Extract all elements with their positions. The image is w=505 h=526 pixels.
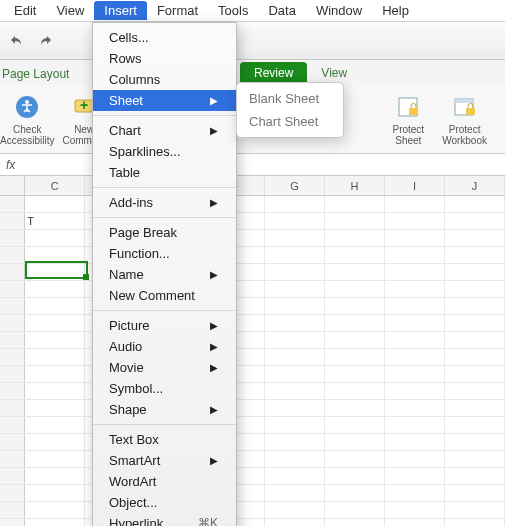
row-header[interactable] — [0, 417, 25, 433]
cell[interactable] — [445, 485, 505, 501]
row-header[interactable] — [0, 349, 25, 365]
row-header[interactable] — [0, 315, 25, 331]
cell[interactable] — [445, 332, 505, 348]
menu-view[interactable]: View — [46, 1, 94, 20]
menu-item-add-ins[interactable]: Add-ins▶ — [93, 192, 236, 213]
menu-item-table[interactable]: Table — [93, 162, 236, 183]
col-header-H[interactable]: H — [325, 176, 385, 195]
cell[interactable] — [445, 196, 505, 212]
cell[interactable] — [25, 349, 85, 365]
cell[interactable] — [25, 451, 85, 467]
cell[interactable] — [385, 383, 445, 399]
cell[interactable] — [325, 315, 385, 331]
menu-item-picture[interactable]: Picture▶ — [93, 315, 236, 336]
cell[interactable] — [25, 434, 85, 450]
row-header[interactable] — [0, 264, 25, 280]
cell[interactable] — [385, 196, 445, 212]
cell[interactable] — [385, 281, 445, 297]
protect-sheet-button[interactable]: Protect Sheet — [392, 92, 424, 146]
cell[interactable] — [265, 247, 325, 263]
cell[interactable] — [385, 247, 445, 263]
cell[interactable]: T — [25, 213, 85, 229]
menu-item-columns[interactable]: Columns — [93, 69, 236, 90]
cell[interactable] — [325, 247, 385, 263]
cell[interactable] — [445, 383, 505, 399]
menu-item-movie[interactable]: Movie▶ — [93, 357, 236, 378]
menu-data[interactable]: Data — [258, 1, 305, 20]
row-header[interactable] — [0, 383, 25, 399]
row-header[interactable] — [0, 247, 25, 263]
cell[interactable] — [325, 349, 385, 365]
menu-format[interactable]: Format — [147, 1, 208, 20]
cell[interactable] — [25, 519, 85, 526]
menu-item-audio[interactable]: Audio▶ — [93, 336, 236, 357]
menu-item-sheet[interactable]: Sheet▶ — [93, 90, 236, 111]
cell[interactable] — [325, 196, 385, 212]
cell[interactable] — [325, 451, 385, 467]
cell[interactable] — [265, 349, 325, 365]
cell[interactable] — [445, 400, 505, 416]
cell[interactable] — [265, 502, 325, 518]
cell[interactable] — [25, 485, 85, 501]
cell[interactable] — [25, 366, 85, 382]
cell[interactable] — [385, 417, 445, 433]
cell[interactable] — [265, 332, 325, 348]
menu-item-function[interactable]: Function... — [93, 243, 236, 264]
cell[interactable] — [265, 213, 325, 229]
spreadsheet-grid[interactable]: CDEFGHIJ T — [0, 176, 505, 526]
protect-workbook-button[interactable]: Protect Workbook — [442, 92, 487, 146]
cell[interactable] — [325, 417, 385, 433]
cell[interactable] — [25, 468, 85, 484]
cell[interactable] — [385, 315, 445, 331]
menu-item-name[interactable]: Name▶ — [93, 264, 236, 285]
cell[interactable] — [445, 417, 505, 433]
col-header-G[interactable]: G — [265, 176, 325, 195]
cell[interactable] — [325, 281, 385, 297]
cell[interactable] — [325, 400, 385, 416]
undo-button[interactable] — [6, 30, 28, 52]
col-header-J[interactable]: J — [445, 176, 505, 195]
menu-item-sparklines[interactable]: Sparklines... — [93, 141, 236, 162]
menu-window[interactable]: Window — [306, 1, 372, 20]
cell[interactable] — [385, 451, 445, 467]
cell[interactable] — [385, 366, 445, 382]
submenu-item-chart-sheet[interactable]: Chart Sheet — [237, 110, 343, 133]
cell[interactable] — [445, 434, 505, 450]
submenu-item-blank-sheet[interactable]: Blank Sheet — [237, 87, 343, 110]
cell[interactable] — [265, 366, 325, 382]
row-header[interactable] — [0, 230, 25, 246]
menu-item-new-comment[interactable]: New Comment — [93, 285, 236, 306]
cell[interactable] — [265, 485, 325, 501]
row-header[interactable] — [0, 502, 25, 518]
cell[interactable] — [265, 417, 325, 433]
check-accessibility-button[interactable]: Check Accessibility — [0, 92, 54, 146]
cell[interactable] — [325, 366, 385, 382]
row-header[interactable] — [0, 298, 25, 314]
menu-item-rows[interactable]: Rows — [93, 48, 236, 69]
cell[interactable] — [445, 298, 505, 314]
cell[interactable] — [265, 519, 325, 526]
row-header[interactable] — [0, 434, 25, 450]
cell[interactable] — [445, 451, 505, 467]
menu-insert[interactable]: Insert — [94, 1, 147, 20]
menu-item-hyperlink[interactable]: Hyperlink...⌘K — [93, 513, 236, 526]
cell[interactable] — [325, 332, 385, 348]
cell[interactable] — [325, 434, 385, 450]
menu-item-text-box[interactable]: Text Box — [93, 429, 236, 450]
cell[interactable] — [325, 264, 385, 280]
cell[interactable] — [25, 383, 85, 399]
cell[interactable] — [445, 349, 505, 365]
cell[interactable] — [385, 400, 445, 416]
cell[interactable] — [25, 264, 85, 280]
menu-item-wordart[interactable]: WordArt — [93, 471, 236, 492]
cell[interactable] — [265, 196, 325, 212]
menu-tools[interactable]: Tools — [208, 1, 258, 20]
cell[interactable] — [265, 434, 325, 450]
cell[interactable] — [445, 247, 505, 263]
redo-button[interactable] — [34, 30, 56, 52]
cell[interactable] — [325, 468, 385, 484]
row-header[interactable] — [0, 451, 25, 467]
cell[interactable] — [445, 281, 505, 297]
row-header[interactable] — [0, 366, 25, 382]
cell[interactable] — [325, 519, 385, 526]
